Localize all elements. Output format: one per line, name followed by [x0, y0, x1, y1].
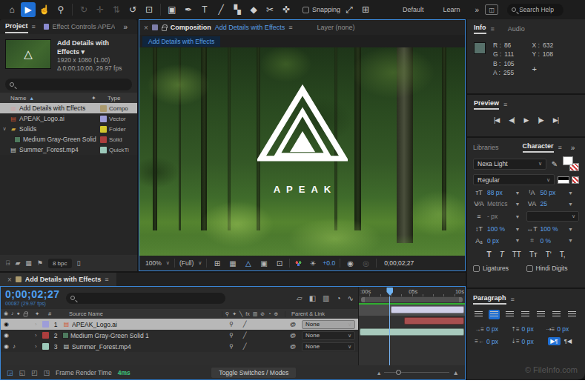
pickwhip-icon[interactable]: @ [290, 343, 300, 350]
audio-icon[interactable]: ♪ [11, 310, 14, 317]
search-help-input[interactable] [519, 6, 562, 13]
chevron-down-icon[interactable]: ▼ [515, 214, 520, 219]
next-frame-button[interactable]: |▶ [538, 116, 543, 124]
tab-libraries[interactable]: Libraries [473, 144, 499, 151]
parent-dropdown[interactable]: None ∨ [302, 320, 355, 329]
interpret-footage-icon[interactable]: ⍈ [6, 259, 10, 268]
transparency-grid-icon[interactable]: ▦ [227, 259, 238, 268]
panel-overflow-icon[interactable]: » [119, 23, 132, 31]
quality-switch-icon[interactable]: ╱ [243, 321, 247, 328]
column-label-icon[interactable]: ✦ [91, 95, 108, 102]
chevron-down-icon[interactable]: ▼ [568, 202, 573, 207]
snapshot-icon[interactable]: ◉ [345, 259, 356, 268]
channel-settings-icon[interactable] [294, 260, 303, 267]
all-caps-button[interactable]: TT [512, 250, 521, 259]
solo-icon[interactable]: ● [17, 310, 20, 317]
stroke-width-control[interactable]: ≡ - px ▼ [473, 211, 526, 222]
tab-layer[interactable]: Layer (none) [317, 24, 355, 31]
justify-last-center-button[interactable] [535, 310, 546, 319]
layer-label-chip[interactable] [42, 332, 49, 339]
layer-label-chip[interactable] [42, 343, 49, 350]
zoom-in-icon[interactable]: ▲ [453, 369, 459, 376]
space-before-control[interactable]: ⇡≡ 0 px [509, 325, 544, 333]
superscript-button[interactable]: Tʹ [546, 250, 552, 259]
type-tool-icon[interactable]: T [197, 2, 212, 17]
layer-expander-icon[interactable]: › [35, 321, 41, 328]
toggle-switches-modes-button[interactable]: Toggle Switches / Modes [211, 368, 296, 378]
work-area-bar[interactable] [361, 297, 463, 302]
chevron-down-icon[interactable]: ▼ [568, 238, 573, 243]
timecode-value[interactable]: 0;00;02;27 [5, 289, 60, 300]
snapping-checkbox[interactable] [303, 7, 309, 13]
panel-menu-icon[interactable]: ≡ [503, 101, 507, 108]
exposure-icon[interactable]: ☀ [307, 259, 318, 268]
first-line-indent-control[interactable]: ⇢≡ 0 px [543, 325, 579, 333]
fill-over-stroke-icon[interactable] [558, 176, 569, 184]
label-color-chip[interactable] [100, 136, 107, 143]
lock-icon[interactable] [162, 27, 167, 31]
orbit-camera-tool-icon[interactable]: ↻ [76, 2, 91, 17]
ligatures-toggle[interactable]: Ligatures [473, 265, 526, 272]
justify-all-button[interactable] [566, 310, 578, 319]
panel-menu-icon[interactable]: ≡ [511, 296, 515, 303]
graph-editor-icon[interactable]: ∿ [348, 294, 354, 302]
collapse-icon[interactable]: ✦ [232, 311, 237, 317]
stroke-style-control[interactable]: ∨ [526, 211, 580, 222]
shape-tool-icon[interactable]: ▣ [165, 2, 179, 17]
last-frame-button[interactable]: ▶| [553, 116, 558, 124]
indent-right-control[interactable]: ≡← 0 px [473, 337, 509, 345]
eye-icon[interactable]: ◉ [4, 332, 9, 339]
horizontal-scale-control[interactable]: ↔T 100 % ▼ [526, 225, 580, 233]
breadcrumb[interactable]: Add Details with Effects [142, 36, 220, 47]
layer-row-3[interactable]: ◉ ♪ › 3 ▤ Summer_Forest.mp4 ⚲ ╱ [1, 341, 358, 352]
column-type[interactable]: Type [108, 95, 134, 102]
label-color-chip[interactable] [100, 116, 107, 122]
audio-icon[interactable]: ♪ [13, 343, 16, 350]
pen-tool-icon[interactable]: ✒ [181, 2, 196, 17]
chevron-down-icon[interactable]: ▼ [515, 190, 520, 196]
panel-menu-icon[interactable]: ≡ [105, 276, 108, 283]
font-family-select[interactable]: Nexa Light ∨ [473, 159, 546, 170]
source-name-column[interactable]: Source Name [69, 310, 220, 317]
rtl-direction-button[interactable]: ¶◀ [562, 337, 574, 345]
label-color-chip[interactable] [100, 126, 107, 133]
workspace-tab-default[interactable]: Default [394, 6, 433, 13]
snapping-toggle[interactable]: Snapping [303, 6, 340, 13]
column-name[interactable]: Name ▲ [10, 95, 91, 102]
label-color-chip[interactable] [100, 105, 107, 112]
zoom-slider[interactable] [384, 372, 449, 373]
tracking-control[interactable]: VA 25 ▼ [526, 200, 580, 207]
font-size-control[interactable]: тT 88 px ▼ [473, 189, 526, 196]
close-icon[interactable]: × [7, 276, 12, 284]
project-item-folder[interactable]: ∨ ▰ Solids Folder [0, 124, 137, 134]
mask-visibility-icon[interactable]: △ [242, 259, 254, 268]
expand-layer-switches-icon[interactable]: ◲ [7, 369, 13, 376]
hindi-digits-checkbox[interactable] [526, 265, 533, 272]
tab-project[interactable]: Project [5, 20, 28, 33]
comp-mini-flowchart-icon[interactable]: ▱ [297, 294, 303, 302]
parent-link-column[interactable]: Parent & Link [287, 310, 355, 317]
panel-menu-icon[interactable]: ≡ [491, 25, 495, 33]
fx-icon[interactable]: fx [245, 311, 249, 317]
indent-left-control[interactable]: →≡ 0 px [473, 325, 509, 333]
composition-name[interactable]: Add Details with Effects ▾ [57, 39, 132, 56]
shy-switch-icon[interactable]: ⚲ [229, 332, 234, 339]
unified-camera-tool-icon[interactable]: ⊡ [142, 2, 156, 17]
tab-paragraph[interactable]: Paragraph [473, 294, 506, 305]
layer-bar-apeak-logo[interactable] [391, 306, 464, 313]
frame-blend-icon[interactable]: ▥ [253, 311, 258, 317]
layer-bar-footage[interactable] [360, 328, 463, 336]
eye-icon[interactable]: ◉ [4, 310, 8, 317]
chevron-down-icon[interactable]: ▼ [568, 190, 573, 196]
layer-bar-solid[interactable] [404, 317, 463, 325]
new-folder-icon[interactable]: ▰ [15, 259, 20, 267]
shy-icon[interactable]: ⚲ [225, 311, 229, 317]
kerning-control[interactable]: V∕A Metrics ▼ [473, 200, 526, 207]
3d-layer-icon[interactable]: ⊕ [274, 311, 278, 317]
composition-thumbnail[interactable]: △ [5, 39, 51, 69]
composition-viewer[interactable]: APEAK [139, 47, 465, 256]
project-item-vector[interactable]: ▤ APEAK_Logo.ai Vector [0, 113, 137, 124]
puppet-pin-tool-icon[interactable]: ✜ [279, 2, 294, 17]
chevron-down-icon[interactable]: ▼ [515, 238, 520, 243]
bit-depth-button[interactable]: 8 bpc [48, 259, 72, 268]
